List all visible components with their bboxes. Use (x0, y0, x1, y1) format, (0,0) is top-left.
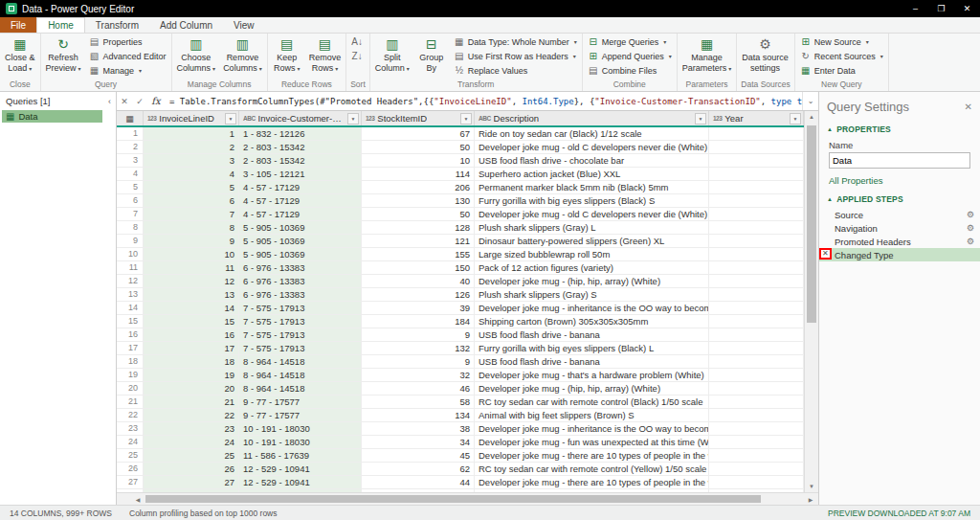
table-cell[interactable]: 134 (362, 409, 475, 421)
row-number[interactable]: 12 (117, 275, 144, 287)
table-cell[interactable]: 11 - 586 - 17639 (239, 449, 362, 462)
remove-rows-button[interactable]: ▤RemoveRows▾ (305, 34, 345, 74)
tab-view[interactable]: View (223, 17, 265, 33)
row-number[interactable]: 26 (117, 463, 144, 475)
table-cell[interactable] (709, 355, 804, 368)
applied-step-promoted-headers[interactable]: Promoted Headers (819, 235, 980, 248)
keep-rows-button[interactable]: ▤KeepRows▾ (269, 34, 305, 74)
query-name-input[interactable] (829, 152, 970, 169)
table-cell[interactable]: Superhero action jacket (Blue) XXL (475, 168, 709, 180)
table-cell[interactable]: USB food flash drive - banana (475, 328, 709, 341)
table-cell[interactable] (709, 476, 804, 488)
table-cell[interactable]: 150 (362, 261, 475, 274)
table-cell[interactable]: Developer joke mug - there are 10 types … (475, 449, 709, 462)
table-cell[interactable]: Large sized bubblewrap roll 50m (475, 248, 709, 260)
column-header-invoicelineid[interactable]: 123InvoiceLineID (144, 111, 239, 125)
select-all-corner[interactable] (117, 111, 144, 125)
table-cell[interactable] (709, 141, 804, 153)
table-cell[interactable]: Developer joke mug - inheritance is the … (475, 302, 709, 314)
table-cell[interactable]: Plush shark slippers (Gray) S (475, 288, 709, 301)
table-cell[interactable]: 50 (362, 208, 475, 220)
table-cell[interactable]: 4 - 57 - 17129 (239, 208, 362, 220)
table-cell[interactable]: Furry gorilla with big eyes slippers (Bl… (475, 342, 709, 354)
vertical-scrollbar[interactable] (804, 111, 818, 492)
properties-section-header[interactable]: PROPERTIES (819, 120, 980, 136)
cancel-formula-icon[interactable] (117, 97, 132, 106)
applied-steps-section-header[interactable]: APPLIED STEPS (819, 190, 980, 206)
table-cell[interactable]: 126 (362, 288, 475, 301)
applied-step-source[interactable]: Source (819, 208, 980, 221)
table-cell[interactable]: 44 (362, 476, 475, 488)
tab-add-column[interactable]: Add Column (149, 17, 223, 33)
table-cell[interactable]: 9 (362, 328, 475, 341)
table-cell[interactable]: 10 (144, 248, 239, 260)
table-cell[interactable]: 5 - 905 - 10369 (239, 235, 362, 247)
table-cell[interactable] (709, 302, 804, 314)
row-number[interactable]: 1 (117, 127, 144, 140)
table-cell[interactable]: 9 - 77 - 17577 (239, 396, 362, 408)
row-number[interactable]: 13 (117, 288, 144, 301)
table-cell[interactable]: 128 (362, 221, 475, 234)
table-cell[interactable]: 4 - 57 - 17129 (239, 181, 362, 193)
table-cell[interactable]: 114 (362, 168, 475, 180)
table-cell[interactable]: 8 (144, 221, 239, 234)
row-number[interactable]: 9 (117, 235, 144, 247)
table-cell[interactable] (709, 315, 804, 328)
table-cell[interactable]: 19 (144, 369, 239, 381)
table-cell[interactable]: 6 - 976 - 13383 (239, 261, 362, 274)
tab-home[interactable]: Home (36, 17, 85, 33)
data-type-whole-number-button[interactable]: ▦Data Type: Whole Number▾ (450, 34, 581, 49)
table-cell[interactable]: 7 - 575 - 17913 (239, 302, 362, 314)
table-cell[interactable] (709, 208, 804, 220)
table-cell[interactable]: Developer joke mug - fun was unexpected … (475, 436, 709, 448)
table-cell[interactable]: 25 (144, 449, 239, 462)
split-column-button[interactable]: ▥SplitColumn▾ (371, 34, 413, 74)
table-cell[interactable]: 8 - 964 - 14518 (239, 355, 362, 368)
table-cell[interactable]: RC toy sedan car with remote control (Ye… (475, 463, 709, 475)
combine-files-button[interactable]: ▤Combine Files (584, 63, 676, 78)
table-cell[interactable]: 1 (144, 127, 239, 140)
filter-dropdown-icon[interactable] (225, 113, 236, 124)
table-cell[interactable]: 12 - 529 - 10941 (239, 463, 362, 475)
row-number[interactable]: 24 (117, 436, 144, 448)
table-cell[interactable]: 7 (144, 208, 239, 220)
row-number[interactable]: 15 (117, 315, 144, 328)
applied-step-changed-type[interactable]: Changed Type (819, 248, 980, 261)
table-cell[interactable]: 67 (362, 127, 475, 140)
gear-icon[interactable] (967, 237, 974, 246)
table-cell[interactable]: 5 (144, 181, 239, 193)
table-cell[interactable]: 11 (144, 261, 239, 274)
scroll-right-icon[interactable] (805, 496, 816, 503)
table-cell[interactable]: 46 (362, 382, 475, 395)
row-number[interactable]: 20 (117, 382, 144, 395)
row-number[interactable]: 27 (117, 476, 144, 488)
table-cell[interactable]: 39 (362, 302, 475, 314)
row-number[interactable]: 17 (117, 342, 144, 354)
table-cell[interactable]: Developer joke mug - old C developers ne… (475, 141, 709, 153)
table-cell[interactable]: 10 (362, 154, 475, 167)
table-cell[interactable]: 3 (144, 154, 239, 167)
table-cell[interactable]: 5 - 905 - 10369 (239, 248, 362, 260)
table-cell[interactable] (709, 127, 804, 140)
row-number[interactable]: 23 (117, 422, 144, 435)
table-cell[interactable] (709, 342, 804, 354)
row-number[interactable]: 2 (117, 141, 144, 153)
vertical-scroll-track[interactable] (805, 123, 818, 481)
row-number[interactable]: 5 (117, 181, 144, 193)
table-cell[interactable] (709, 328, 804, 341)
manage-parameters-button[interactable]: ▦ManageParameters▾ (679, 34, 736, 74)
table-cell[interactable] (709, 382, 804, 395)
row-number[interactable]: 22 (117, 409, 144, 421)
table-cell[interactable]: 7 - 575 - 17913 (239, 328, 362, 341)
table-cell[interactable]: 7 - 575 - 17913 (239, 342, 362, 354)
column-header-year[interactable]: 123Year (709, 111, 804, 125)
table-cell[interactable]: Plush shark slippers (Gray) L (475, 221, 709, 234)
row-number[interactable]: 3 (117, 154, 144, 167)
row-number[interactable]: 19 (117, 369, 144, 381)
table-cell[interactable]: 17 (144, 342, 239, 354)
table-cell[interactable] (709, 449, 804, 462)
table-cell[interactable]: Ride on toy sedan car (Black) 1/12 scale (475, 127, 709, 140)
collapse-panel-icon[interactable] (108, 97, 111, 106)
table-cell[interactable] (709, 194, 804, 207)
table-cell[interactable]: 12 (144, 275, 239, 287)
